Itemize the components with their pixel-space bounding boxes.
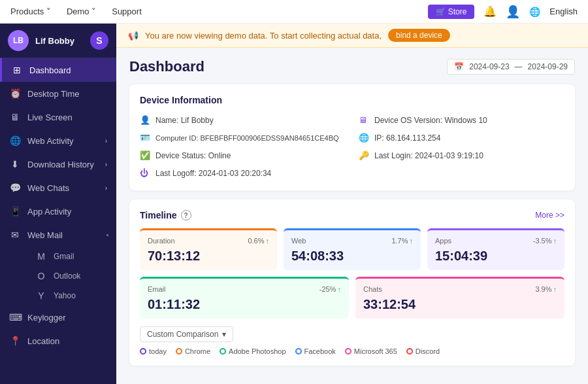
login-icon: 🔑 bbox=[359, 150, 369, 160]
keyboard-icon: ⌨ bbox=[9, 312, 21, 323]
stat-duration-label: Duration bbox=[148, 237, 175, 245]
bell-icon[interactable]: 🔔 bbox=[483, 5, 497, 18]
dashboard-main: Dashboard 📅 2024-09-23 — 2024-09-29 Devi… bbox=[116, 48, 588, 384]
sidebar-item-location[interactable]: 📍 Location bbox=[0, 329, 116, 353]
more-link[interactable]: More >> bbox=[535, 211, 564, 220]
timeline-card: Timeline ? More >> Duration 0.6% ↑ bbox=[129, 200, 575, 366]
sidebar-username: Lif Bobby bbox=[35, 36, 74, 46]
stat-email-value: 01:11:32 bbox=[148, 297, 341, 312]
sidebar-item-app-activity[interactable]: 📱 App Activity bbox=[0, 200, 116, 223]
app-icon: 📱 bbox=[9, 206, 21, 217]
chevron-icon: › bbox=[105, 137, 107, 145]
legend-row: today Chrome Adobe Photoshop Facebook bbox=[140, 347, 564, 355]
sidebar-item-web-mail[interactable]: ✉ Web Mail ˅ bbox=[0, 223, 116, 247]
sidebar-item-gmail[interactable]: M Gmail bbox=[26, 247, 116, 266]
stat-web-value: 54:08:33 bbox=[291, 249, 413, 264]
avatar-icon[interactable]: 👤 bbox=[506, 5, 520, 19]
date-range-picker[interactable]: 📅 2024-09-23 — 2024-09-29 bbox=[447, 59, 575, 75]
last-login-value: Last Login: 2024-01-03 9:19:10 bbox=[374, 151, 483, 160]
nav-support[interactable]: Support bbox=[112, 7, 142, 16]
stat-chats-label: Chats bbox=[363, 285, 382, 293]
device-info-grid: 👤 Name: Lif Bobby 🖥 Device OS Version: W… bbox=[140, 113, 564, 180]
custom-comparison-button[interactable]: Custom Comparison ▾ bbox=[140, 326, 233, 342]
stat-duration-percent: 0.6% ↑ bbox=[248, 237, 269, 245]
legend-dot-ms365 bbox=[345, 348, 351, 355]
legend-dot-discord bbox=[406, 348, 413, 355]
device-name-value: Name: Lif Bobby bbox=[155, 116, 214, 125]
ip-icon: 🌐 bbox=[359, 133, 369, 143]
download-icon: ⬇ bbox=[9, 159, 21, 169]
bind-device-button[interactable]: bind a device bbox=[388, 29, 450, 42]
mail-icon: ✉ bbox=[9, 230, 21, 240]
sidebar-item-desktop-time[interactable]: ⏰ Desktop Time bbox=[0, 82, 116, 105]
nav-demo[interactable]: Demo ˅ bbox=[67, 7, 96, 16]
user-icon: 👤 bbox=[140, 115, 150, 125]
timeline-stats-row2: Email -25% ↑ 01:11:32 Chats 3.9% bbox=[140, 277, 564, 319]
sidebar-item-download-history[interactable]: ⬇ Download History › bbox=[0, 152, 116, 176]
legend-discord: Discord bbox=[406, 347, 440, 355]
date-from: 2024-09-23 bbox=[469, 62, 509, 71]
legend-dot-adobe bbox=[220, 348, 226, 355]
help-icon[interactable]: ? bbox=[181, 210, 191, 220]
computer-id: 🪪 Computer ID: BFEBFBFF000906EDSS9AN8465… bbox=[140, 131, 346, 145]
device-status: ✅ Device Status: Online bbox=[140, 148, 346, 162]
sidebar-label-location: Location bbox=[27, 336, 59, 346]
sidebar-item-live-screen[interactable]: 🖥 Live Screen bbox=[0, 105, 116, 129]
device-name: 👤 Name: Lif Bobby bbox=[140, 113, 346, 127]
stat-chats: Chats 3.9% ↑ 33:12:54 bbox=[355, 277, 564, 319]
sidebar-item-keylogger[interactable]: ⌨ Keylogger bbox=[0, 305, 116, 329]
sidebar-logo: S bbox=[90, 31, 108, 50]
sidebar-label-yahoo: Yahoo bbox=[54, 291, 76, 300]
sidebar-item-web-chats[interactable]: 💬 Web Chats › bbox=[0, 176, 116, 200]
content-area: 📢 You are now viewing demo data. To star… bbox=[116, 24, 588, 384]
sidebar-item-outlook[interactable]: O Outlook bbox=[26, 266, 116, 286]
globe-icon: 🌐 bbox=[9, 135, 21, 146]
main-layout: LB Lif Bobby S ⊞ Dashboard ⏰ Desktop Tim… bbox=[0, 24, 588, 384]
stat-web-label: Web bbox=[291, 237, 306, 245]
up-arrow-web: ↑ bbox=[410, 237, 414, 245]
language-icon[interactable]: 🌐 bbox=[529, 7, 540, 17]
store-button[interactable]: 🛒 Store bbox=[428, 5, 474, 19]
sidebar-label-gmail: Gmail bbox=[54, 252, 74, 261]
calendar-icon: 📅 bbox=[454, 62, 464, 71]
sidebar-sub-mail: M Gmail O Outlook Y Yahoo bbox=[0, 247, 116, 305]
device-info-title: Device Information bbox=[140, 95, 564, 105]
outlook-icon: O bbox=[35, 271, 47, 281]
sidebar-item-dashboard[interactable]: ⊞ Dashboard bbox=[0, 58, 116, 82]
stat-apps: Apps -3.5% ↑ 15:04:39 bbox=[427, 228, 564, 270]
computer-id-value: Computer ID: BFEBFBFF000906EDSS9AN84651C… bbox=[155, 134, 339, 142]
stat-duration-value: 70:13:12 bbox=[148, 249, 269, 264]
legend-today: today bbox=[140, 347, 167, 355]
legend-chrome: Chrome bbox=[176, 347, 210, 355]
sidebar-label-outlook: Outlook bbox=[54, 271, 80, 281]
legend-label-discord: Discord bbox=[416, 347, 440, 355]
device-os: 🖥 Device OS Version: Windows 10 bbox=[359, 113, 564, 127]
stat-apps-percent: -3.5% ↑ bbox=[533, 237, 557, 245]
date-to: 2024-09-29 bbox=[528, 62, 568, 71]
last-logoff-value: Last Logoff: 2024-01-03 20:20:34 bbox=[155, 169, 271, 178]
sidebar-label-web-activity: Web Activity bbox=[27, 136, 74, 146]
page-title: Dashboard bbox=[129, 58, 204, 75]
up-arrow-chats: ↑ bbox=[553, 285, 557, 293]
device-info-card: Device Information 👤 Name: Lif Bobby 🖥 D… bbox=[129, 84, 575, 190]
last-login: 🔑 Last Login: 2024-01-03 9:19:10 bbox=[359, 148, 564, 162]
nav-products[interactable]: Products ˅ bbox=[10, 7, 51, 16]
comparison-row: Custom Comparison ▾ bbox=[140, 326, 564, 342]
legend-label-chrome: Chrome bbox=[185, 347, 210, 355]
sidebar-item-yahoo[interactable]: Y Yahoo bbox=[26, 286, 116, 305]
os-icon: 🖥 bbox=[359, 115, 369, 125]
stat-email: Email -25% ↑ 01:11:32 bbox=[140, 277, 349, 319]
legend-adobe: Adobe Photoshop bbox=[220, 347, 286, 355]
device-ip-value: IP: 68.164.113.254 bbox=[374, 133, 440, 143]
timeline-title: Timeline ? bbox=[140, 210, 191, 220]
up-arrow-apps: ↑ bbox=[553, 237, 557, 245]
legend-label-adobe: Adobe Photoshop bbox=[229, 347, 286, 355]
legend-label-facebook: Facebook bbox=[304, 347, 336, 355]
comparison-label: Custom Comparison bbox=[147, 330, 218, 339]
legend-dot-facebook bbox=[295, 348, 302, 355]
chevron-icon-chats: › bbox=[105, 184, 107, 192]
banner-icon: 📢 bbox=[128, 31, 139, 41]
sidebar-label-web-chats: Web Chats bbox=[27, 183, 69, 193]
stat-email-label: Email bbox=[148, 285, 166, 293]
sidebar-item-web-activity[interactable]: 🌐 Web Activity › bbox=[0, 129, 116, 152]
